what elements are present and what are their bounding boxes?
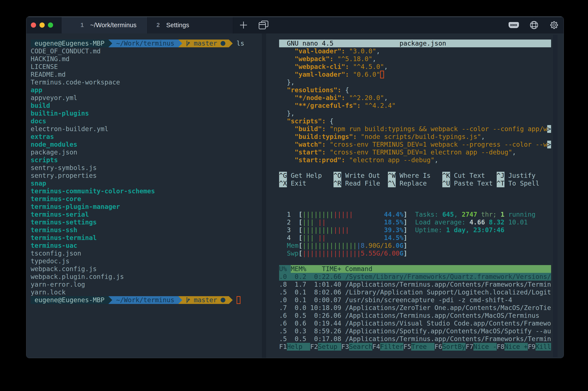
terminal-row: }, xyxy=(279,78,295,86)
terminal-row: "build": "npm run build:typings && webpa… xyxy=(279,125,551,133)
git-branch-icon xyxy=(186,296,190,304)
terminal-row: "*/node-abi": "^2.20.0", xyxy=(279,94,388,102)
language-button[interactable] xyxy=(527,17,540,33)
terminal-row: terminus-core xyxy=(31,195,81,203)
right-pane-scrollbar[interactable] xyxy=(553,35,558,357)
terminal-row: .5 0.5 0:17.08 /Applications/Terminus.ap… xyxy=(279,335,551,343)
terminal-row: .8 1.7 1:01.40 /Applications/Terminus.ap… xyxy=(279,281,551,289)
terminal-row: docs xyxy=(31,117,46,125)
pane-divider[interactable] xyxy=(262,33,266,358)
serial-ports-button[interactable] xyxy=(507,17,520,33)
terminal-row: appveyor.yml xyxy=(31,94,77,102)
terminal-cursor xyxy=(237,296,240,304)
terminal-row: "start": "cross-env TERMINUS_DEV=1 elect… xyxy=(279,148,516,156)
terminal-row: .0 0.1 0:00.07 /usr/sbin/screencapture -… xyxy=(279,296,512,304)
powerline-arrow xyxy=(229,40,233,47)
plus-icon xyxy=(239,20,248,30)
settings-button[interactable] xyxy=(548,17,561,33)
terminal-row: Terminus.code-workspace xyxy=(31,78,120,86)
terminal-row: Mem[|||||||||||||||8.90G/16.0G] xyxy=(279,242,407,250)
terminal-row: 3 [|||||||||||| 39.3%] Uptime: 1 day, 23… xyxy=(279,226,505,234)
terminal-row: "build:typings": "node scripts/build-typ… xyxy=(279,133,485,141)
powerline-arrow xyxy=(108,296,112,304)
terminal-row: 4 [||| || 14.5%] xyxy=(279,234,407,242)
terminal-pane-nano-htop[interactable]: GNU nano 4.5 package.json "val-loader": … xyxy=(279,40,553,358)
terminal-row: package.json xyxy=(31,148,77,156)
terminal-row: eugene@Eugenes-MBP ~/Work/terminus maste… xyxy=(31,40,244,47)
traffic-lights xyxy=(26,17,61,33)
desktop: { "window": {"title_app": "Terminus term… xyxy=(0,0,588,391)
git-dirty-dot xyxy=(221,296,225,304)
terminal-row: "webpack-cli": "^4.5.0", xyxy=(279,63,388,71)
terminal-row: .6 0.5 0:26.06 /Applications/Terminus.ap… xyxy=(279,312,539,319)
terminal-row: Swp[|||||||||||||||5.55G/6.00G] xyxy=(279,250,407,257)
terminal-row: electron-builder.yml xyxy=(31,125,108,133)
terminal-row: build xyxy=(31,102,50,109)
terminal-row: yarn.lock xyxy=(31,289,66,296)
powerline-arrow xyxy=(178,296,182,304)
split-button[interactable] xyxy=(257,17,270,33)
terminal-row: "yaml-loader": "0.6.0" xyxy=(279,71,384,78)
terminal-row: .7 0.0 10:18.09 /Applications/ZeroTier O… xyxy=(279,304,551,312)
serial-badge-icon xyxy=(508,22,519,28)
terminal-row: terminus-plugin-manager xyxy=(31,203,120,211)
terminal-row: "scripts": { xyxy=(279,117,334,125)
maximize-button[interactable] xyxy=(48,22,53,28)
terminal-row: app xyxy=(31,86,42,94)
git-dirty-dot xyxy=(221,40,225,47)
git-branch-icon xyxy=(186,40,190,47)
terminal-row: webpack.config.js xyxy=(31,265,97,273)
powerline-arrow xyxy=(178,40,182,47)
terminal-row: 1 [||||||||||||| 44.4%] Tasks: 645, 2747… xyxy=(279,211,535,218)
close-button[interactable] xyxy=(31,22,36,28)
terminal-row: F1Help F2Setup F3SearchF4FilterF5Tree F6… xyxy=(279,343,551,351)
terminal-row: builtin-plugins xyxy=(31,109,89,117)
globe-icon xyxy=(530,21,538,29)
tab-number: 2 xyxy=(156,22,160,28)
terminal-row: U% MEM% TIME+ Command xyxy=(279,265,551,273)
titlebar: 1 ~/Work/terminus 2 Settings xyxy=(26,17,564,33)
tab-label: ~/Work/terminus xyxy=(90,22,137,29)
terminal-row: .5 0.3 8:59.26 /Applications/Spotify.app… xyxy=(279,327,551,335)
terminal-row: terminus-settings xyxy=(31,218,97,226)
terminal-row: .0 0.2 0:22.66 /System/Library/Framework… xyxy=(279,273,551,281)
terminal-row: CODE_OF_CONDUCT.md xyxy=(31,47,101,55)
terminal-row: typedoc.js xyxy=(31,257,70,265)
terminal-row: scripts xyxy=(31,156,58,164)
split-windows-icon xyxy=(259,20,269,30)
terminal-row: node_modules xyxy=(31,141,77,148)
tab-settings[interactable]: 2 Settings xyxy=(147,17,233,33)
terminal-row: terminus-serial xyxy=(31,211,89,218)
terminal-row: "val-loader": "3.0.0", xyxy=(279,47,380,55)
terminal-row: terminus-community-color-schemes xyxy=(31,187,155,195)
terminal-row: }, xyxy=(279,109,295,117)
terminal-row: "**/graceful-fs": "^4.2.4" xyxy=(279,102,396,109)
terminal-row: "start:prod": "electron app --debug", xyxy=(279,156,439,164)
terminal-window: 1 ~/Work/terminus 2 Settings xyxy=(26,16,564,358)
terminal-row: "resolutions": { xyxy=(279,86,349,94)
tab-work-terminus[interactable]: 1 ~/Work/terminus xyxy=(61,17,147,33)
nano-cursor xyxy=(380,71,384,78)
terminal-row: "webpack": "^5.18.0", xyxy=(279,55,376,63)
terminal-row: HACKING.md xyxy=(31,55,70,63)
new-tab-button[interactable] xyxy=(237,17,250,33)
terminal-row: extras xyxy=(31,133,54,141)
terminal-row: ^X Exit ^R Read File ^\ Replace ^U Paste… xyxy=(279,180,539,187)
terminal-row: terminus-terminal xyxy=(31,234,97,242)
terminal-row: sentry-symbols.js xyxy=(31,164,97,172)
terminal-row: "watch": "cross-env TERMINUS_DEV=1 webpa… xyxy=(279,141,551,148)
terminal-row: snap xyxy=(31,180,46,187)
terminal-row: .6 0.6 0:19.44 /Applications/Visual Stud… xyxy=(279,319,551,327)
terminal-row: .5 0.1 8:02.06 /Library/Application Supp… xyxy=(279,289,551,296)
terminal-row: terminus-ssh xyxy=(31,226,77,234)
terminal-row: sentry.properties xyxy=(31,172,97,180)
tab-label: Settings xyxy=(166,22,189,29)
powerline-arrow xyxy=(108,40,112,47)
terminal-row: webpack.plugin.config.js xyxy=(31,273,124,281)
powerline-arrow xyxy=(229,296,233,304)
terminal-pane-shell[interactable]: eugene@Eugenes-MBP ~/Work/terminus maste… xyxy=(31,40,261,358)
terminal-row: 2 [||| || 18.5%] Load average: 4.66 8.32… xyxy=(279,218,528,226)
minimize-button[interactable] xyxy=(40,22,45,28)
terminal-row: GNU nano 4.5 package.json xyxy=(279,40,551,47)
terminal-content: eugene@Eugenes-MBP ~/Work/terminus maste… xyxy=(26,33,564,358)
